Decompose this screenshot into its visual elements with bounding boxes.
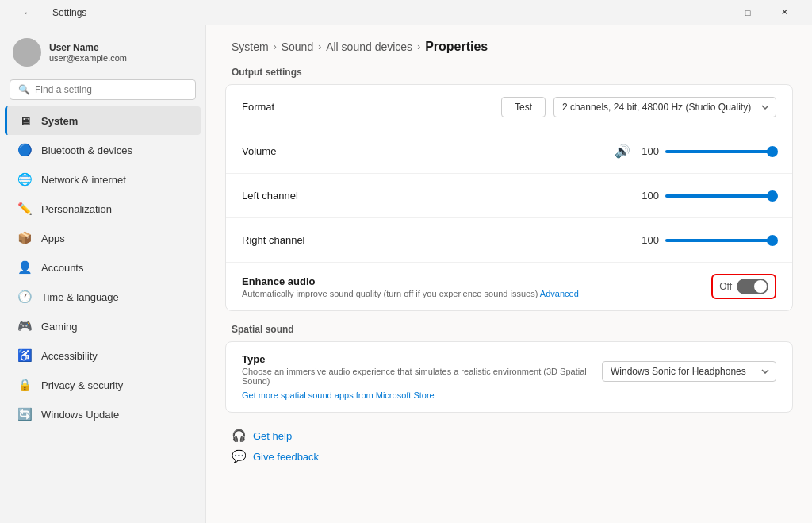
breadcrumb-system[interactable]: System	[232, 40, 269, 53]
time-icon: 🕐	[17, 290, 32, 304]
spatial-sound-label: Spatial sound	[206, 321, 812, 341]
footer-links: 🎧 Get help 💬 Give feedback	[206, 416, 812, 476]
breadcrumb-sep-1: ›	[274, 41, 277, 52]
test-button[interactable]: Test	[501, 97, 546, 117]
left-channel-slider-track[interactable]	[665, 194, 776, 198]
user-info: User Name user@example.com	[49, 42, 127, 63]
search-icon: 🔍	[18, 84, 30, 95]
sidebar-item-label: Personalization	[41, 203, 112, 215]
bluetooth-icon: 🔵	[17, 143, 32, 157]
sidebar-item-accessibility[interactable]: ♿ Accessibility	[5, 341, 201, 370]
left-channel-control: 100	[637, 190, 776, 202]
sidebar-item-personalization[interactable]: ✏️ Personalization	[5, 194, 201, 223]
left-channel-row: Left channel 100	[226, 174, 792, 218]
breadcrumb-sep-3: ›	[417, 41, 420, 52]
give-feedback-link[interactable]: 💬 Give feedback	[232, 449, 787, 463]
feedback-icon: 💬	[232, 449, 247, 463]
right-channel-slider-thumb[interactable]	[767, 235, 778, 246]
sidebar-item-accounts[interactable]: 👤 Accounts	[5, 253, 201, 282]
enhance-audio-label-group: Enhance audio Automatically improve soun…	[242, 275, 711, 298]
sidebar-item-label: Apps	[41, 233, 65, 244]
titlebar-controls: ─ □ ✕	[693, 0, 802, 25]
enhance-audio-toggle-wrapper: Off	[711, 274, 776, 299]
sidebar-item-apps[interactable]: 📦 Apps	[5, 224, 201, 252]
volume-slider-thumb[interactable]	[767, 146, 778, 157]
system-icon: 🖥	[17, 113, 32, 128]
sidebar-item-gaming[interactable]: 🎮 Gaming	[5, 312, 201, 340]
apps-icon: 📦	[17, 231, 32, 245]
volume-slider-track[interactable]	[665, 150, 776, 153]
spatial-sound-card: Type Choose an immersive audio experienc…	[225, 341, 793, 413]
volume-value: 100	[637, 145, 659, 157]
left-channel-slider-thumb[interactable]	[767, 190, 778, 202]
advanced-link[interactable]: Advanced	[540, 289, 579, 298]
enhance-audio-label: Enhance audio	[242, 275, 711, 287]
spatial-type-desc: Choose an immersive audio experience tha…	[242, 367, 602, 386]
user-email: user@example.com	[49, 53, 127, 63]
format-label: Format	[242, 101, 501, 113]
back-button[interactable]: ←	[10, 0, 46, 25]
right-channel-slider-fill	[665, 239, 776, 242]
breadcrumb-sound[interactable]: Sound	[282, 40, 313, 53]
format-dropdown[interactable]: 2 channels, 24 bit, 48000 Hz (Studio Qua…	[553, 97, 776, 117]
minimize-button[interactable]: ─	[693, 0, 730, 25]
sidebar-item-network[interactable]: 🌐 Network & internet	[5, 165, 201, 194]
network-icon: 🌐	[17, 172, 32, 187]
sidebar-item-label: Bluetooth & devices	[41, 144, 132, 156]
close-button[interactable]: ✕	[766, 0, 802, 25]
volume-control: 🔊 100	[615, 144, 776, 159]
gaming-icon: 🎮	[17, 319, 32, 333]
spatial-row: Type Choose an immersive audio experienc…	[242, 353, 776, 401]
sidebar-user: User Name user@example.com	[0, 32, 205, 76]
sidebar-item-label: Time & language	[41, 291, 119, 303]
enhance-audio-toggle-label: Off	[719, 281, 732, 292]
sidebar-item-label: Gaming	[41, 321, 78, 333]
sidebar-item-system[interactable]: 🖥 System	[5, 106, 201, 135]
right-channel-control: 100	[637, 234, 776, 246]
spatial-dropdown-wrap: Windows Sonic for HeadphonesOff	[602, 361, 776, 382]
right-channel-value: 100	[637, 234, 659, 246]
sidebar-item-label: Privacy & security	[41, 379, 123, 391]
left-channel-label: Left channel	[242, 190, 637, 202]
sidebar-item-time[interactable]: 🕐 Time & language	[5, 283, 201, 311]
spatial-inner: Type Choose an immersive audio experienc…	[226, 342, 792, 412]
output-settings-label: Output settings	[206, 63, 812, 84]
sidebar-item-bluetooth[interactable]: 🔵 Bluetooth & devices	[5, 136, 201, 164]
right-channel-label: Right channel	[242, 234, 637, 246]
volume-slider-fill	[665, 150, 776, 153]
get-help-link[interactable]: 🎧 Get help	[232, 429, 787, 443]
right-channel-row: Right channel 100	[226, 218, 792, 263]
volume-icon: 🔊	[615, 144, 630, 159]
sidebar-item-update[interactable]: 🔄 Windows Update	[5, 400, 201, 429]
search-box[interactable]: 🔍	[10, 79, 196, 100]
main-content: System › Sound › All sound devices › Pro…	[206, 25, 812, 523]
breadcrumb: System › Sound › All sound devices › Pro…	[206, 25, 812, 63]
sidebar-item-label: Windows Update	[41, 409, 119, 421]
maximize-button[interactable]: □	[730, 0, 766, 25]
user-name: User Name	[49, 42, 127, 53]
spatial-store-link[interactable]: Get more spatial sound apps from Microso…	[242, 390, 435, 400]
sidebar-item-privacy[interactable]: 🔒 Privacy & security	[5, 371, 201, 399]
accounts-icon: 👤	[17, 260, 32, 275]
enhance-audio-sub: Automatically improve sound quality (tur…	[242, 289, 711, 298]
update-icon: 🔄	[17, 407, 32, 421]
spatial-dropdown[interactable]: Windows Sonic for HeadphonesOff	[602, 361, 776, 382]
app-layout: User Name user@example.com 🔍 🖥 System 🔵 …	[0, 25, 812, 523]
search-input[interactable]	[35, 84, 187, 95]
right-channel-slider-track[interactable]	[665, 239, 776, 242]
volume-label: Volume	[242, 145, 615, 157]
titlebar-title: Settings	[52, 7, 86, 18]
left-channel-value: 100	[637, 190, 659, 202]
format-controls: Test 2 channels, 24 bit, 48000 Hz (Studi…	[501, 97, 776, 117]
sidebar: User Name user@example.com 🔍 🖥 System 🔵 …	[0, 25, 206, 523]
personalization-icon: ✏️	[17, 202, 32, 216]
avatar	[13, 38, 41, 67]
enhance-audio-toggle[interactable]	[737, 279, 768, 294]
left-channel-slider-fill	[665, 194, 776, 198]
breadcrumb-allsound[interactable]: All sound devices	[326, 40, 412, 53]
output-settings-card: Format Test 2 channels, 24 bit, 48000 Hz…	[225, 84, 793, 311]
breadcrumb-properties: Properties	[425, 40, 488, 54]
privacy-icon: 🔒	[17, 378, 32, 392]
nav-list: 🖥 System 🔵 Bluetooth & devices 🌐 Network…	[0, 106, 205, 429]
spatial-type-label: Type	[242, 353, 602, 365]
